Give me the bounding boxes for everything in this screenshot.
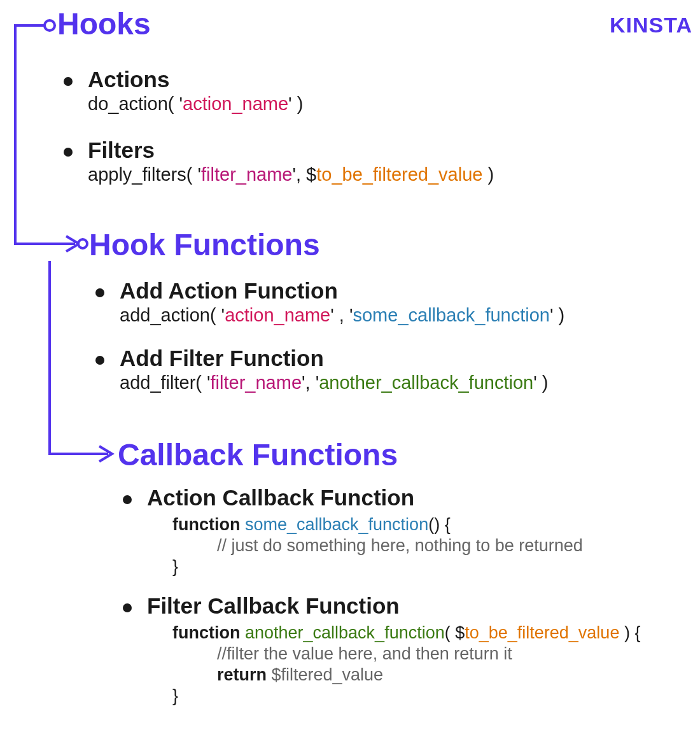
heading-hook-functions: Hook Functions <box>89 227 681 262</box>
action-name: action_name <box>183 94 288 114</box>
label-filter-callback: Filter Callback Function <box>147 593 690 619</box>
kw-return: return <box>217 665 272 684</box>
txt: ' ) <box>550 305 564 325</box>
txt: ' ) <box>288 94 303 114</box>
txt: ) <box>482 164 494 185</box>
item-filter-callback: Filter Callback Function function anothe… <box>123 593 690 707</box>
fn-name: another_callback_function <box>245 623 445 642</box>
callback-name: another_callback_function <box>319 372 533 393</box>
txt: add_action( ' <box>120 305 225 325</box>
svg-point-1 <box>78 239 87 248</box>
close-brace: } <box>172 686 178 705</box>
comment: //filter the value here, and then return… <box>172 644 690 665</box>
kw-function: function <box>172 623 245 642</box>
heading-callback-functions: Callback Functions <box>118 437 690 472</box>
item-filters: Filters apply_filters( 'filter_name', $t… <box>64 137 681 186</box>
label-actions: Actions <box>88 67 681 92</box>
filter-name: filter_name <box>201 164 292 185</box>
code-apply-filters: apply_filters( 'filter_name', $to_be_fil… <box>88 163 681 186</box>
param: to_be_filtered_value <box>465 623 619 642</box>
txt: add_filter( ' <box>120 372 211 393</box>
txt: ( $ <box>445 623 465 642</box>
txt: apply_filters( ' <box>88 164 201 185</box>
txt: ', ' <box>302 372 319 393</box>
heading-hooks: Hooks <box>57 6 681 41</box>
code-do-action: do_action( 'action_name' ) <box>88 92 681 115</box>
code-add-action: add_action( 'action_name' , 'some_callba… <box>120 304 681 327</box>
callback-name: some_callback_function <box>353 305 550 325</box>
section-hooks: Hooks Actions do_action( 'action_name' )… <box>57 6 681 187</box>
item-add-action: Add Action Function add_action( 'action_… <box>95 278 681 327</box>
label-action-callback: Action Callback Function <box>147 485 690 510</box>
section-hook-functions: Hook Functions Add Action Function add_a… <box>89 227 681 395</box>
txt: do_action( ' <box>88 94 183 114</box>
item-add-filter: Add Filter Function add_filter( 'filter_… <box>95 346 681 394</box>
txt: ', $ <box>292 164 316 185</box>
filter-name: filter_name <box>211 372 302 393</box>
code-add-filter: add_filter( 'filter_name', 'another_call… <box>120 371 681 394</box>
return-var: $filtered_value <box>272 665 384 684</box>
txt: () { <box>428 515 451 534</box>
label-add-action: Add Action Function <box>120 278 681 304</box>
fn-name: some_callback_function <box>245 515 428 534</box>
label-filters: Filters <box>88 137 681 163</box>
txt: ) { <box>619 623 640 642</box>
svg-point-0 <box>45 20 55 31</box>
item-actions: Actions do_action( 'action_name' ) <box>64 67 681 115</box>
comment: // just do something here, nothing to be… <box>172 535 690 556</box>
action-name: action_name <box>225 305 330 325</box>
kw-function: function <box>172 515 245 534</box>
close-brace: } <box>172 557 178 576</box>
txt: ' , ' <box>330 305 353 325</box>
txt: ' ) <box>533 372 548 393</box>
item-action-callback: Action Callback Function function some_c… <box>123 485 690 577</box>
label-add-filter: Add Filter Function <box>120 346 681 371</box>
code-filter-callback: function another_callback_function( $to_… <box>172 623 690 707</box>
var: to_be_filtered_value <box>316 164 482 185</box>
code-action-callback: function some_callback_function() { // j… <box>172 514 690 577</box>
section-callback-functions: Callback Functions Action Callback Funct… <box>118 437 690 707</box>
